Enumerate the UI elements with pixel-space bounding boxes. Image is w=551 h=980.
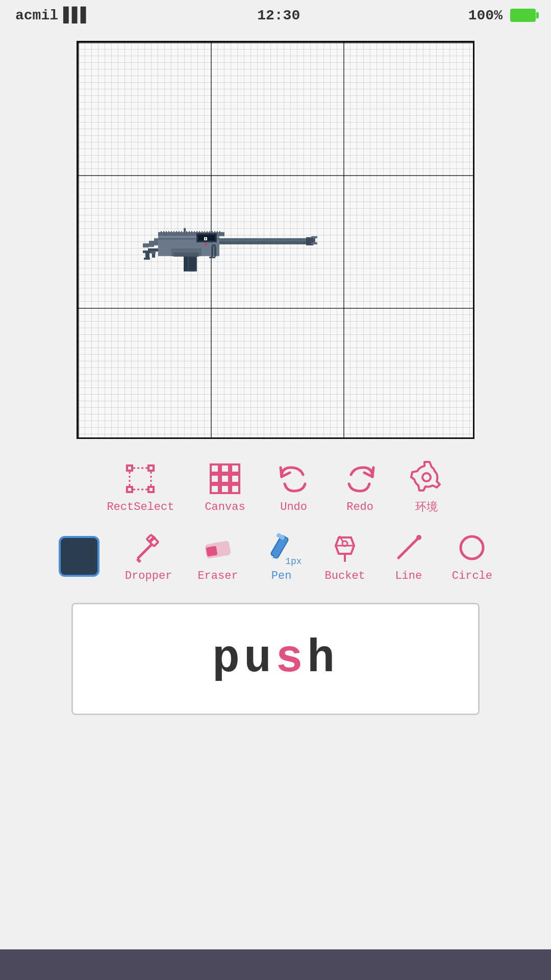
svg-rect-22 — [166, 231, 167, 233]
svg-point-78 — [422, 473, 431, 481]
tool-bucket[interactable]: Bucket — [325, 530, 365, 582]
tool-circle[interactable]: Circle — [452, 530, 492, 582]
svg-rect-49 — [205, 238, 206, 239]
bottom-navigation-bar — [0, 949, 551, 980]
line-icon — [391, 530, 427, 566]
svg-marker-81 — [136, 558, 141, 563]
svg-rect-1 — [149, 241, 154, 247]
svg-rect-38 — [207, 231, 208, 233]
ad-letter-s: s — [276, 633, 307, 685]
svg-rect-39 — [209, 231, 210, 233]
svg-rect-63 — [127, 487, 132, 492]
tool-canvas[interactable]: Canvas — [205, 461, 245, 513]
tool-pen[interactable]: 1px Pen — [264, 530, 299, 582]
svg-rect-37 — [204, 231, 205, 233]
svg-rect-43 — [219, 231, 220, 233]
svg-rect-0 — [143, 243, 149, 248]
canvas-icon — [207, 461, 243, 497]
signal-bars: ▋▋▋ — [63, 7, 89, 24]
status-bar: acmil ▋▋▋ 12:30 100% — [0, 0, 551, 31]
tool-eraser[interactable]: Eraser — [197, 530, 238, 582]
active-color-swatch[interactable] — [59, 536, 99, 577]
ad-letter-h: h — [307, 633, 339, 685]
svg-rect-23 — [168, 231, 169, 233]
settings-icon — [409, 459, 444, 495]
canvas-container — [77, 41, 474, 439]
svg-rect-7 — [144, 258, 150, 260]
svg-point-90 — [416, 535, 421, 540]
toolbar-row1: RectSelect Canvas — [0, 449, 551, 525]
circle-icon — [454, 530, 490, 566]
carrier-text: acmil — [15, 8, 58, 23]
color-swatch-item[interactable] — [59, 536, 99, 577]
status-left: acmil ▋▋▋ — [15, 7, 89, 24]
ad-letter-u: u — [244, 633, 276, 685]
svg-rect-20 — [161, 231, 162, 233]
svg-rect-21 — [163, 231, 164, 233]
svg-rect-56 — [212, 244, 216, 247]
tool-undo[interactable]: Undo — [276, 461, 312, 513]
svg-rect-35 — [199, 231, 200, 233]
gun-artwork — [143, 198, 408, 292]
pen-size-badge: 1px — [285, 556, 302, 567]
status-right: 100% — [468, 8, 536, 23]
pen-icon: 1px — [264, 530, 299, 566]
eraser-icon — [200, 530, 236, 566]
svg-rect-71 — [231, 464, 239, 473]
svg-line-89 — [398, 537, 419, 558]
svg-rect-77 — [231, 485, 239, 493]
battery-percentage: 100% — [468, 8, 503, 23]
svg-rect-58 — [214, 247, 216, 257]
svg-rect-51 — [219, 239, 311, 241]
svg-rect-26 — [176, 231, 177, 233]
svg-rect-42 — [217, 231, 218, 233]
svg-rect-72 — [211, 475, 219, 483]
svg-rect-85 — [270, 535, 289, 558]
tool-dropper[interactable]: Dropper — [125, 530, 172, 582]
svg-rect-57 — [211, 247, 213, 257]
svg-rect-28 — [181, 231, 182, 233]
pixel-canvas[interactable] — [77, 41, 474, 439]
ad-banner[interactable]: push — [71, 603, 480, 715]
bucket-icon — [327, 530, 363, 566]
svg-point-91 — [461, 536, 483, 559]
ad-text: push — [212, 633, 339, 685]
svg-rect-36 — [202, 231, 203, 233]
svg-rect-73 — [221, 475, 229, 483]
tool-label-redo: Redo — [346, 501, 373, 513]
tool-label-line: Line — [395, 570, 422, 582]
svg-rect-61 — [127, 465, 132, 471]
tool-settings[interactable]: 环境 — [409, 459, 444, 514]
svg-rect-32 — [191, 231, 192, 233]
tool-label-pen: Pen — [271, 570, 292, 582]
undo-icon — [276, 461, 312, 497]
ad-letter-p: p — [212, 633, 244, 685]
svg-rect-5 — [151, 252, 156, 254]
svg-rect-76 — [221, 485, 229, 493]
svg-rect-27 — [179, 231, 180, 233]
svg-rect-31 — [189, 231, 190, 233]
tool-label-eraser: Eraser — [197, 570, 238, 582]
tool-label-undo: Undo — [280, 501, 307, 513]
tool-label-dropper: Dropper — [125, 570, 172, 582]
tool-redo[interactable]: Redo — [342, 461, 378, 513]
svg-rect-34 — [196, 231, 197, 233]
tool-label-rect-select: RectSelect — [107, 501, 174, 513]
svg-rect-55 — [311, 242, 317, 244]
tool-label-settings: 环境 — [415, 499, 438, 514]
svg-rect-60 — [205, 243, 207, 246]
svg-rect-44 — [184, 228, 186, 232]
svg-rect-74 — [231, 475, 239, 483]
svg-rect-84 — [206, 546, 218, 556]
svg-rect-16 — [173, 253, 199, 257]
svg-rect-2 — [154, 238, 158, 246]
tool-rect-select[interactable]: RectSelect — [107, 461, 174, 513]
svg-rect-33 — [194, 231, 195, 233]
toolbar-row2: Dropper Eraser 1px Pen — [0, 525, 551, 593]
time-display: 12:30 — [257, 8, 300, 23]
svg-line-79 — [138, 545, 152, 558]
tool-line[interactable]: Line — [391, 530, 427, 582]
svg-rect-41 — [214, 231, 215, 233]
svg-rect-69 — [211, 464, 219, 473]
svg-rect-25 — [173, 231, 174, 233]
